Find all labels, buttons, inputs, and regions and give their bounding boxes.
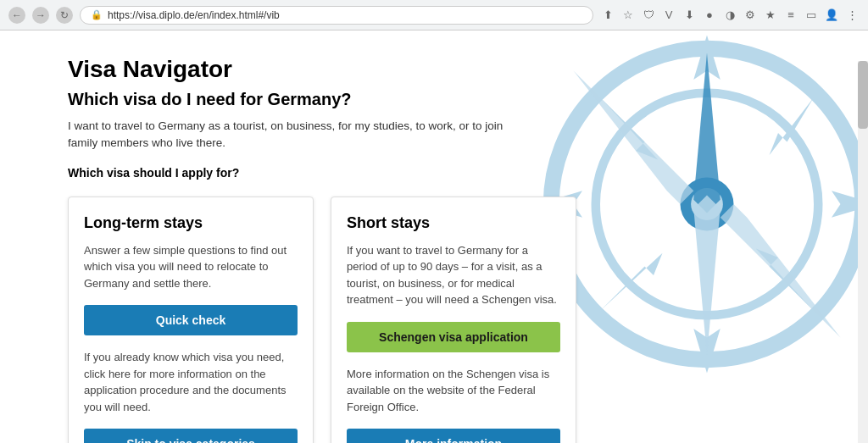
page-subtitle: Which visa do I need for Germany? [68,90,834,109]
scrollbar-thumb[interactable] [858,61,868,129]
vpn-icon[interactable]: V [661,8,676,23]
quick-check-button[interactable]: Quick check [84,305,298,335]
more-information-button[interactable]: More information [347,429,560,443]
long-term-text1: Answer a few simple questions to find ou… [84,242,298,292]
download-icon[interactable]: ⬇ [682,8,697,23]
ext-icon5[interactable]: ≡ [783,8,798,23]
back-button[interactable]: ← [8,7,25,24]
browser-chrome: ← → ↻ 🔒 https://visa.diplo.de/en/index.h… [0,0,868,30]
menu-icon[interactable]: ⋮ [844,8,860,23]
url-text: https://visa.diplo.de/en/index.html#/vib [108,9,280,21]
profile-icon[interactable]: 👤 [824,8,839,23]
short-term-text1: If you want to travel to Germany for a p… [347,242,560,308]
refresh-button[interactable]: ↻ [56,7,73,24]
scrollbar[interactable] [858,61,868,443]
ext-icon4[interactable]: ★ [763,8,778,23]
short-term-text2: More information on the Schengen visa is… [347,366,560,416]
lock-icon: 🔒 [91,9,103,20]
page-description: I want to travel to Germany as a tourist… [68,118,509,152]
page-content: Visa Navigator Which visa do I need for … [0,30,868,443]
skip-to-visa-button[interactable]: Skip to visa categories [84,429,298,443]
ext-icon3[interactable]: ⚙ [743,8,758,23]
browser-actions: ⬆ ☆ 🛡 V ⬇ ● ◑ ⚙ ★ ≡ ▭ 👤 ⋮ [600,8,860,23]
star-icon[interactable]: ☆ [620,8,636,23]
forward-button[interactable]: → [32,7,49,24]
ext-icon1[interactable]: ● [702,8,717,23]
long-term-card: Long-term stays Answer a few simple ques… [68,197,314,444]
long-term-text2: If you already know which visa you need,… [84,349,298,415]
schengen-visa-button[interactable]: Schengen visa application [347,322,560,352]
share-icon[interactable]: ⬆ [600,8,615,23]
short-term-card: Short stays If you want to travel to Ger… [331,197,576,444]
shield-icon[interactable]: 🛡 [641,8,656,23]
window-icon[interactable]: ▭ [804,8,819,23]
page-title: Visa Navigator [68,56,834,83]
long-term-title: Long-term stays [84,214,298,232]
ext-icon2[interactable]: ◑ [722,8,737,23]
cards-container: Long-term stays Answer a few simple ques… [68,197,834,444]
address-bar[interactable]: 🔒 https://visa.diplo.de/en/index.html#/v… [80,6,593,25]
short-term-title: Short stays [347,214,560,232]
page-question: Which visa should I apply for? [68,166,834,180]
